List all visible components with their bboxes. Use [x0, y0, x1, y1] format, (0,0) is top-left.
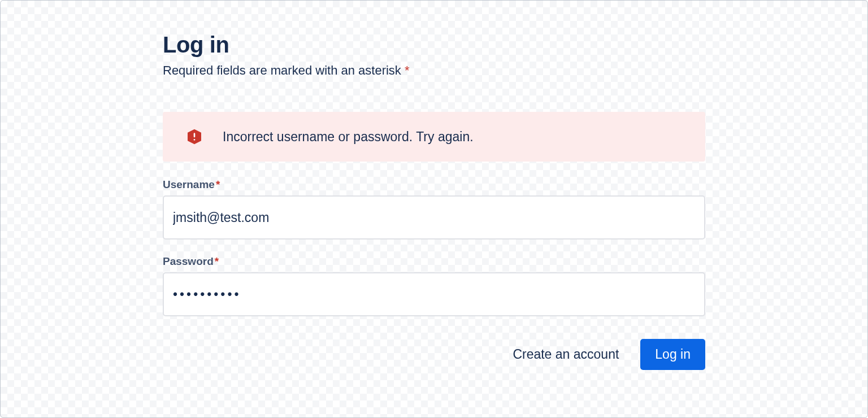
password-label: Password*	[163, 255, 705, 268]
required-fields-text: Required fields are marked with an aster…	[163, 63, 405, 77]
svg-rect-0	[194, 133, 196, 137]
page-title: Log in	[163, 32, 705, 58]
login-frame: Log in Required fields are marked with a…	[0, 0, 868, 418]
password-label-text: Password	[163, 255, 214, 267]
required-asterisk-icon: *	[216, 178, 220, 190]
asterisk-icon: *	[405, 63, 410, 77]
create-account-button[interactable]: Create an account	[510, 339, 621, 370]
error-alert: Incorrect username or password. Try agai…	[163, 112, 705, 162]
username-field-group: Username*	[163, 178, 705, 240]
form-actions: Create an account Log in	[163, 339, 705, 370]
login-form: Log in Required fields are marked with a…	[163, 32, 705, 370]
password-input[interactable]	[163, 272, 705, 316]
username-label-text: Username	[163, 178, 215, 190]
error-icon	[185, 128, 203, 146]
required-asterisk-icon: *	[215, 255, 219, 267]
username-input[interactable]	[163, 195, 705, 240]
error-message: Incorrect username or password. Try agai…	[223, 129, 474, 145]
required-fields-note: Required fields are marked with an aster…	[163, 63, 705, 78]
username-label: Username*	[163, 178, 705, 191]
password-field-group: Password*	[163, 255, 705, 316]
login-button[interactable]: Log in	[640, 339, 705, 370]
svg-rect-1	[194, 139, 196, 141]
